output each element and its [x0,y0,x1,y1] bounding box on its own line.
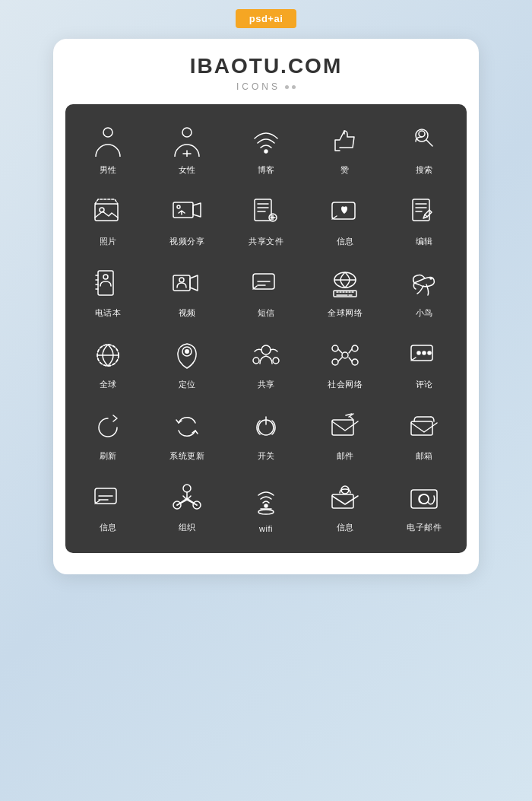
message-label: 信息 [337,236,354,247]
global-label: 全球 [100,379,117,390]
location-icon [169,337,205,373]
blog-icon [248,122,284,159]
svg-point-34 [352,359,358,365]
photo-icon [90,194,126,230]
icon-cell-power: 开关 [226,398,306,469]
refresh-icon [90,408,126,445]
svg-point-38 [428,351,431,354]
svg-rect-7 [173,202,193,218]
mail-icon [327,408,363,445]
female-icon [169,122,205,159]
icon-cell-location: 定位 [147,326,226,398]
svg-point-1 [182,128,192,137]
icon-cell-search: 搜索 [385,112,464,183]
edit-icon [406,194,442,230]
svg-point-33 [332,359,338,365]
icon-grid: 男性女性博客赞搜索照片视频分享共享文件信息编辑电话本视频短信全球网络小鸟全球定位… [68,112,464,541]
like-icon [327,122,363,159]
photo-label: 照片 [100,236,117,247]
refresh-label: 刷新 [100,450,117,462]
social-net-icon [327,337,363,373]
card-subtitle: ICONS [236,81,296,92]
icon-cell-refresh: 刷新 [68,398,147,469]
svg-point-47 [258,510,274,514]
location-label: 定位 [179,379,196,390]
svg-point-37 [423,351,426,354]
svg-point-15 [103,275,108,279]
icon-panel: 男性女性博客赞搜索照片视频分享共享文件信息编辑电话本视频短信全球网络小鸟全球定位… [65,104,467,553]
svg-point-27 [261,345,271,354]
female-label: 女性 [179,164,196,176]
icon-cell-bird: 小鸟 [385,255,464,326]
like-label: 赞 [340,164,350,176]
global-net-label: 全球网络 [328,307,363,319]
msg-label: 信息 [100,522,117,533]
info-msg-icon [327,480,363,517]
message-icon [327,194,363,230]
icon-cell-info-msg: 信息 [306,469,385,541]
svg-point-46 [264,504,268,507]
power-icon [248,408,284,445]
icon-cell-global: 全球 [68,326,147,398]
icon-cell-female: 女性 [147,112,226,183]
wifi-icon [248,482,284,519]
svg-rect-5 [95,204,118,221]
global-icon [90,337,126,373]
share-label: 共享 [258,379,275,390]
icon-cell-email: 电子邮件 [385,469,464,541]
svg-point-2 [264,150,268,153]
comment-label: 评论 [416,379,433,390]
bird-icon [406,265,442,302]
svg-point-32 [352,345,358,351]
svg-point-4 [419,131,425,137]
icon-cell-blog: 博客 [226,112,306,183]
shared-file-icon [248,194,284,230]
svg-point-28 [253,358,259,364]
icon-cell-photo: 照片 [68,183,147,255]
video-label: 视频 [179,307,196,319]
video-share-label: 视频分享 [169,236,204,247]
icon-cell-video-share: 视频分享 [147,183,226,255]
svg-point-18 [179,278,184,282]
update-icon [169,408,205,445]
update-label: 系统更新 [169,450,204,462]
bird-label: 小鸟 [416,307,433,319]
icon-cell-like: 赞 [306,112,385,183]
icon-cell-global-net: 全球网络 [306,255,385,326]
svg-point-9 [177,205,180,208]
organize-icon [169,480,205,517]
svg-point-22 [430,278,432,279]
svg-marker-17 [190,275,198,291]
mailbox-icon [406,408,442,445]
video-icon [169,265,205,302]
icon-cell-sms: 短信 [226,255,306,326]
svg-point-31 [332,345,338,351]
svg-point-26 [185,349,189,354]
icon-cell-mail: 邮件 [306,398,385,469]
main-card: IBAOTU.COM ICONS 男性女性博客赞搜索照片视频分享共享文件信息编辑… [53,39,479,574]
svg-point-36 [417,351,420,354]
svg-rect-50 [411,490,437,508]
icon-cell-comment: 评论 [385,326,464,398]
phonebook-label: 电话本 [95,307,122,319]
icon-cell-video: 视频 [147,255,226,326]
organize-label: 组织 [179,522,196,533]
male-icon [90,122,126,159]
icon-cell-mailbox: 邮箱 [385,398,464,469]
comment-icon [406,337,442,373]
icon-cell-share: 共享 [226,326,306,398]
phonebook-icon [90,265,126,302]
social-net-label: 社会网络 [328,379,363,390]
icon-cell-shared-file: 共享文件 [226,183,306,255]
site-title: IBAOTU.COM [190,54,342,78]
sms-icon [248,265,284,302]
svg-marker-8 [193,203,201,217]
icon-cell-wifi: wifi [226,469,306,541]
mailbox-label: 邮箱 [416,450,433,462]
svg-point-29 [273,358,279,364]
svg-point-0 [103,128,112,137]
msg-icon [90,480,126,517]
svg-point-30 [342,352,348,358]
sms-label: 短信 [258,307,275,319]
svg-rect-21 [334,291,356,297]
